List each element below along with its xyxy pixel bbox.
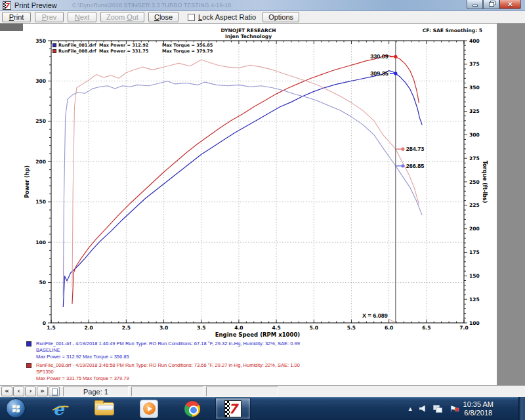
legend-color-chip [52,43,56,47]
toolbar: PrintPrevNextZoom OutCloseLock Aspect Ra… [0,11,525,24]
axis-ticks [48,41,467,323]
gridlines [51,41,464,323]
volume-icon[interactable] [419,406,425,412]
chart-legend: RunFile_001.drfMax Power = 312.92Max Tor… [52,43,213,54]
taskbar-item-chrome[interactable] [175,398,210,419]
action-center-flag-icon[interactable]: ⚑✖ [450,405,457,413]
svg-text:325: 325 [469,108,480,114]
svg-text:6.0: 6.0 [385,325,393,331]
series-curve [63,81,422,297]
run-info-line3: Max Power = 331.75 Max Torque = 379.79 [36,375,300,382]
legend-max-power: Max Power = 312.92 [99,43,162,48]
svg-text:309.35: 309.35 [370,70,388,77]
svg-text:284.73: 284.73 [406,146,425,152]
checkbox-box[interactable] [188,14,195,21]
internet-explorer-icon: e [53,400,64,417]
svg-text:4.0: 4.0 [234,325,243,331]
run-info-line2: BASELINE [36,347,300,354]
axis-labels: 1.52.02.53.03.54.04.55.05.56.06.57.00501… [24,38,488,339]
svg-text:5.0: 5.0 [310,325,318,331]
svg-text:300: 300 [35,78,46,84]
status-panel [131,387,203,396]
close-window-button[interactable]: ✕ [499,0,521,9]
taskbar-item-file-explorer[interactable] [87,398,122,419]
page-indicator: Page: 1 [63,387,129,396]
run-info-line1: RunFile_008.drf - 4/19/2018 3:46:58 PM R… [36,362,300,369]
svg-text:1.5: 1.5 [47,325,55,331]
svg-text:150: 150 [469,273,480,279]
svg-text:125: 125 [469,297,480,303]
cursor-callouts: 330.09309.35284.73266.85 [370,53,424,169]
svg-text:200: 200 [469,226,480,232]
close-button[interactable]: Close [148,12,178,22]
legend-max-torque: Max Torque = 356.85 [162,43,213,48]
svg-text:275: 275 [469,156,480,161]
svg-text:250: 250 [35,118,46,124]
x-axis-title: Engine Speed (RPM x1000) [215,331,301,338]
legend-file: RunFile_001.drf [58,43,99,48]
page-setup-button[interactable] [49,387,60,396]
svg-text:350: 350 [469,85,480,91]
app-icon: 7 [3,1,11,10]
cursor: X = 6.089 [362,41,396,323]
svg-text:0: 0 [43,320,46,326]
svg-text:330.09: 330.09 [370,53,388,60]
titlebar: 7 Print Preview C:\DynoRuns\2018 STINGER… [0,0,525,11]
svg-text:7.0: 7.0 [459,325,468,331]
svg-text:3.5: 3.5 [197,325,205,331]
svg-text:100: 100 [469,320,480,326]
series-curve [72,55,419,303]
svg-text:175: 175 [469,249,480,255]
lock-aspect-ratio-checkbox[interactable]: Lock Aspect Ratio [188,13,256,21]
legend-max-torque: Max Torque = 379.79 [162,49,213,54]
legend-row: RunFile_001.drfMax Power = 312.92Max Tor… [52,43,213,49]
start-button[interactable] [6,398,26,418]
taskbar-item-dyno-app-active[interactable]: 7 [215,398,251,419]
svg-text:2.5: 2.5 [122,325,131,331]
legend-max-power: Max Power = 331.75 [99,49,162,54]
last-page-button[interactable]: » [37,387,48,396]
svg-text:200: 200 [35,159,46,165]
hidden-icons-arrow[interactable]: ▲ [408,406,413,412]
taskbar: e 7 ▲ ⚑✖ 10:35 AM 6/8/2018 [0,397,525,420]
svg-text:2.0: 2.0 [85,325,93,331]
run-info-line2: SP1350 [36,369,300,375]
legend-color-chip [52,49,56,53]
taskbar-item-internet-explorer[interactable]: e [41,398,76,419]
first-page-button[interactable]: « [1,387,12,396]
restore-icon [489,2,494,7]
chart-correction-label: CF: SAE Smoothing: 5 [423,28,482,33]
print-button[interactable]: Print [2,12,31,22]
action-center-error-badge: ✖ [455,406,459,414]
svg-text:225: 225 [469,202,480,208]
prev-page-button[interactable]: ‹ [13,387,24,396]
restore-button[interactable] [483,0,499,9]
chart-subtitle: Injen Technology [0,33,497,39]
run-color-chip [26,341,32,346]
show-desktop-button[interactable] [518,397,525,420]
y-axis-right-title: Torque (ft-lbs) [482,161,488,203]
window-title: Print Preview [14,1,57,9]
dyno-chart: 1.52.02.53.03.54.04.55.05.56.06.57.00501… [0,24,497,385]
svg-text:266.85: 266.85 [406,163,425,169]
clock[interactable]: 10:35 AM 6/8/2018 [463,400,494,417]
svg-text:100: 100 [35,240,46,245]
svg-text:6.5: 6.5 [422,325,430,331]
run-info-entry: RunFile_001.drf - 4/19/2018 1:46:49 PM R… [26,341,300,360]
svg-text:5.5: 5.5 [347,325,356,331]
taskbar-item-media-player[interactable] [131,398,167,419]
clock-time: 10:35 AM [463,400,494,409]
svg-text:X = 6.089: X = 6.089 [362,312,388,319]
next-page-button[interactable]: › [25,387,36,396]
prev-button[interactable]: Prev [35,12,64,22]
zoom-out-button[interactable]: Zoom Out [100,12,144,22]
run-info-line1: RunFile_001.drf - 4/19/2018 1:46:49 PM R… [36,341,300,347]
options-button[interactable]: Options [262,12,299,22]
svg-text:250: 250 [469,179,480,185]
minimize-icon [472,5,478,7]
network-icon[interactable] [433,405,442,412]
minimize-button[interactable] [467,0,483,9]
next-button[interactable]: Next [68,12,96,22]
statusbar: « ‹ › » Page: 1 [0,385,525,397]
legend-row: RunFile_008.drfMax Power = 331.75Max Tor… [52,49,213,54]
